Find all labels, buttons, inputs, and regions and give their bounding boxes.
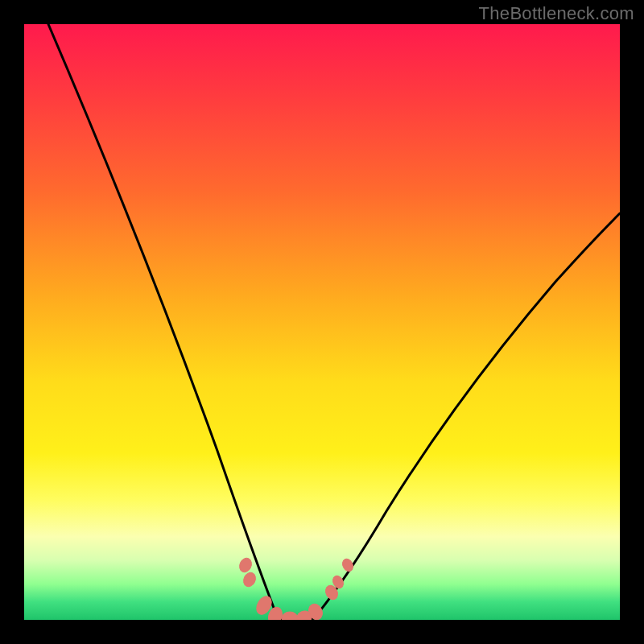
left-marker-2 (242, 571, 258, 588)
right-marker-3 (341, 557, 355, 573)
watermark-text: TheBottleneck.com (479, 3, 634, 24)
plot-area (24, 24, 620, 620)
outer-frame: TheBottleneck.com (0, 0, 644, 644)
valley-marker-3 (282, 612, 298, 620)
valley-markers (237, 556, 355, 620)
left-curve (48, 24, 278, 618)
left-marker-1 (237, 556, 254, 574)
curve-layer (24, 24, 620, 620)
right-curve (314, 213, 620, 618)
